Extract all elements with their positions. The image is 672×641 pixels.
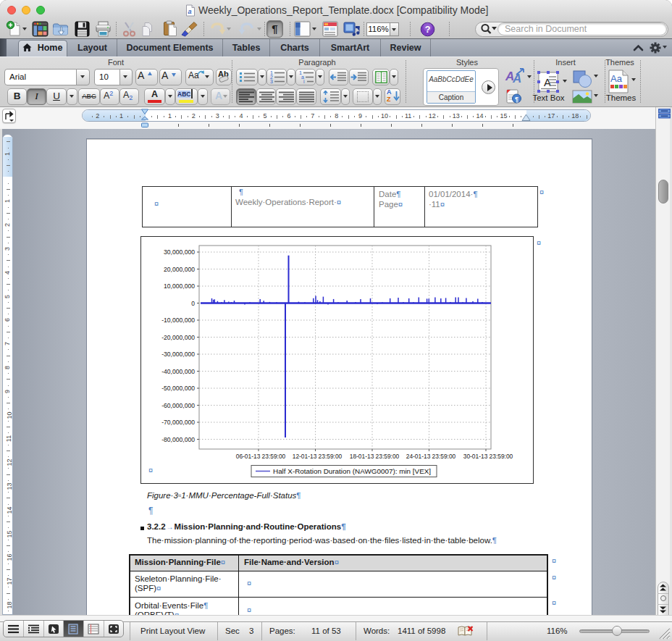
svg-text:24-01-13 23:59:00: 24-01-13 23:59:00	[406, 453, 456, 460]
svg-text:30,000,000: 30,000,000	[164, 248, 195, 256]
svg-text:0: 0	[191, 300, 195, 307]
svg-text:30-01-13 23:59:00: 30-01-13 23:59:00	[463, 453, 513, 460]
svg-text:Half X-Rotation Duration (NAWG: Half X-Rotation Duration (NAWG0007): min…	[273, 467, 431, 475]
svg-text:-80,000,000: -80,000,000	[161, 436, 195, 443]
svg-text:¶: ¶	[515, 96, 518, 103]
svg-text:-30,000,000: -30,000,000	[161, 351, 195, 358]
svg-text:12-01-13 23:59:00: 12-01-13 23:59:00	[293, 453, 343, 460]
svg-text:?: ?	[425, 25, 431, 35]
svg-text:06-01-13 23:59:00: 06-01-13 23:59:00	[236, 453, 286, 460]
svg-text:18-01-13 23:59:00: 18-01-13 23:59:00	[350, 453, 400, 460]
svg-text:-40,000,000: -40,000,000	[161, 368, 195, 375]
svg-text:i: i	[303, 79, 305, 84]
svg-text:-70,000,000: -70,000,000	[161, 419, 195, 426]
svg-text:-60,000,000: -60,000,000	[161, 402, 195, 409]
svg-text:3: 3	[270, 79, 273, 84]
svg-text:-10,000,000: -10,000,000	[161, 317, 195, 324]
svg-text:-20,000,000: -20,000,000	[161, 334, 195, 341]
svg-text:20,000,000: 20,000,000	[164, 266, 195, 273]
svg-text:10,000,000: 10,000,000	[164, 282, 195, 290]
svg-text:Aa: Aa	[610, 73, 623, 84]
svg-text:-50,000,000: -50,000,000	[161, 385, 195, 392]
svg-text:a: a	[188, 8, 191, 15]
